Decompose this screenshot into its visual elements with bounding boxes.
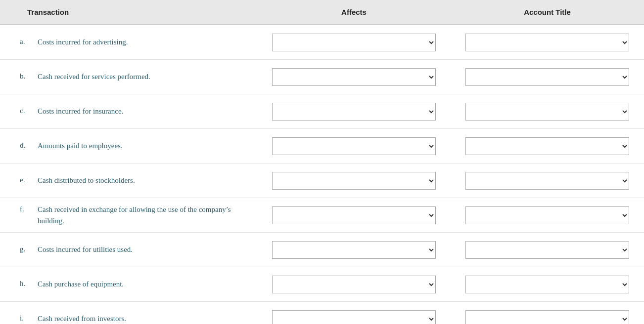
affects-select-7[interactable]: AssetsLiabilitiesStockholders' EquityRev… (272, 276, 436, 293)
account-cell-6[interactable]: Accounts ReceivableAccounts PayableAdver… (451, 241, 644, 259)
table-row: f.Cash received in exchange for allowing… (0, 198, 644, 233)
affects-select-4[interactable]: AssetsLiabilitiesStockholders' EquityRev… (272, 172, 436, 190)
table-header: Transaction Affects Account Title (0, 0, 644, 25)
row-text-1: Cash received for services performed. (38, 71, 150, 82)
row-text-2: Costs incurred for insurance. (38, 106, 123, 117)
row-text-7: Cash purchase of equipment. (38, 279, 124, 290)
row-letter-7: h. (20, 279, 29, 288)
affects-select-8[interactable]: AssetsLiabilitiesStockholders' EquityRev… (272, 310, 436, 324)
row-letter-3: d. (20, 140, 29, 150)
account-select-1[interactable]: Accounts ReceivableAccounts PayableAdver… (465, 68, 629, 86)
account-cell-0[interactable]: Accounts ReceivableAccounts PayableAdver… (451, 34, 644, 51)
table-row: i.Cash received from investors.AssetsLia… (0, 302, 644, 324)
account-select-7[interactable]: Accounts ReceivableAccounts PayableAdver… (465, 276, 629, 293)
row-letter-1: b. (20, 71, 29, 81)
account-select-0[interactable]: Accounts ReceivableAccounts PayableAdver… (465, 34, 629, 51)
row-letter-6: g. (20, 244, 29, 253)
table-row: a.Costs incurred for advertising.AssetsL… (0, 25, 644, 60)
header-account-title-label: Account Title (524, 8, 571, 16)
row-text-5: Cash received in exchange for allowing t… (38, 204, 247, 226)
affects-cell-8[interactable]: AssetsLiabilitiesStockholders' EquityRev… (257, 310, 451, 324)
row-letter-5: f. (20, 204, 29, 213)
account-cell-2[interactable]: Accounts ReceivableAccounts PayableAdver… (451, 103, 644, 121)
account-cell-4[interactable]: Accounts ReceivableAccounts PayableAdver… (451, 172, 644, 190)
header-transaction: Transaction (0, 6, 257, 18)
affects-cell-0[interactable]: AssetsLiabilitiesStockholders' EquityRev… (257, 34, 451, 51)
affects-cell-4[interactable]: AssetsLiabilitiesStockholders' EquityRev… (257, 172, 451, 190)
account-cell-8[interactable]: Accounts ReceivableAccounts PayableAdver… (451, 310, 644, 324)
affects-cell-3[interactable]: AssetsLiabilitiesStockholders' EquityRev… (257, 137, 451, 155)
table-row: d.Amounts paid to employees.AssetsLiabil… (0, 129, 644, 163)
header-transaction-label: Transaction (27, 8, 69, 16)
account-cell-1[interactable]: Accounts ReceivableAccounts PayableAdver… (451, 68, 644, 86)
transaction-cell-8: i.Cash received from investors. (0, 313, 257, 324)
transaction-cell-2: c.Costs incurred for insurance. (0, 106, 257, 117)
row-text-8: Cash received from investors. (38, 313, 126, 324)
affects-select-2[interactable]: AssetsLiabilitiesStockholders' EquityRev… (272, 103, 436, 121)
affects-cell-2[interactable]: AssetsLiabilitiesStockholders' EquityRev… (257, 103, 451, 121)
table-row: h.Cash purchase of equipment.AssetsLiabi… (0, 267, 644, 302)
table-row: c.Costs incurred for insurance.AssetsLia… (0, 94, 644, 129)
row-letter-0: a. (20, 37, 29, 46)
header-account-title: Account Title (451, 6, 644, 18)
account-select-3[interactable]: Accounts ReceivableAccounts PayableAdver… (465, 137, 629, 155)
transaction-cell-0: a.Costs incurred for advertising. (0, 37, 257, 48)
account-cell-7[interactable]: Accounts ReceivableAccounts PayableAdver… (451, 276, 644, 293)
account-select-4[interactable]: Accounts ReceivableAccounts PayableAdver… (465, 172, 629, 190)
row-text-6: Costs incurred for utilities used. (38, 244, 133, 255)
affects-select-1[interactable]: AssetsLiabilitiesStockholders' EquityRev… (272, 68, 436, 86)
affects-cell-7[interactable]: AssetsLiabilitiesStockholders' EquityRev… (257, 276, 451, 293)
affects-cell-1[interactable]: AssetsLiabilitiesStockholders' EquityRev… (257, 68, 451, 86)
main-table: Transaction Affects Account Title a.Cost… (0, 0, 644, 324)
affects-cell-6[interactable]: AssetsLiabilitiesStockholders' EquityRev… (257, 241, 451, 259)
row-letter-8: i. (20, 313, 29, 323)
table-row: g.Costs incurred for utilities used.Asse… (0, 233, 644, 267)
row-text-0: Costs incurred for advertising. (38, 37, 128, 48)
header-affects-label: Affects (341, 8, 367, 16)
affects-select-5[interactable]: AssetsLiabilitiesStockholders' EquityRev… (272, 206, 436, 224)
transaction-cell-3: d.Amounts paid to employees. (0, 140, 257, 152)
transaction-cell-1: b.Cash received for services performed. (0, 71, 257, 82)
table-row: b.Cash received for services performed.A… (0, 60, 644, 94)
account-select-6[interactable]: Accounts ReceivableAccounts PayableAdver… (465, 241, 629, 259)
transaction-cell-4: e.Cash distributed to stockholders. (0, 175, 257, 186)
table-body: a.Costs incurred for advertising.AssetsL… (0, 25, 644, 324)
account-select-8[interactable]: Accounts ReceivableAccounts PayableAdver… (465, 310, 629, 324)
header-affects: Affects (257, 6, 451, 18)
row-text-4: Cash distributed to stockholders. (38, 175, 135, 186)
row-text-3: Amounts paid to employees. (38, 140, 123, 152)
account-cell-5[interactable]: Accounts ReceivableAccounts PayableAdver… (451, 206, 644, 224)
row-letter-2: c. (20, 106, 29, 115)
affects-select-6[interactable]: AssetsLiabilitiesStockholders' EquityRev… (272, 241, 436, 259)
affects-select-0[interactable]: AssetsLiabilitiesStockholders' EquityRev… (272, 34, 436, 51)
affects-select-3[interactable]: AssetsLiabilitiesStockholders' EquityRev… (272, 137, 436, 155)
affects-cell-5[interactable]: AssetsLiabilitiesStockholders' EquityRev… (257, 206, 451, 224)
transaction-cell-7: h.Cash purchase of equipment. (0, 279, 257, 290)
account-select-2[interactable]: Accounts ReceivableAccounts PayableAdver… (465, 103, 629, 121)
account-cell-3[interactable]: Accounts ReceivableAccounts PayableAdver… (451, 137, 644, 155)
transaction-cell-6: g.Costs incurred for utilities used. (0, 244, 257, 255)
transaction-cell-5: f.Cash received in exchange for allowing… (0, 204, 257, 226)
account-select-5[interactable]: Accounts ReceivableAccounts PayableAdver… (465, 206, 629, 224)
row-letter-4: e. (20, 175, 29, 184)
table-row: e.Cash distributed to stockholders.Asset… (0, 163, 644, 198)
